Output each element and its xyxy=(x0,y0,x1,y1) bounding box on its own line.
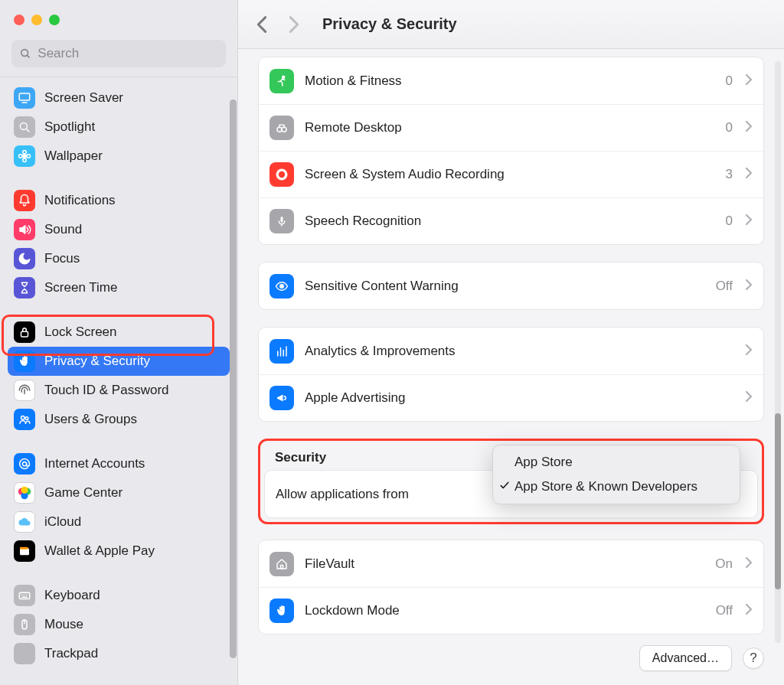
monitor-icon xyxy=(14,87,35,109)
svg-point-0 xyxy=(21,50,28,57)
svg-point-8 xyxy=(23,158,27,162)
sidebar-item-users-groups[interactable]: Users & Groups xyxy=(8,405,230,434)
svg-point-31 xyxy=(282,127,286,132)
check-icon xyxy=(499,479,510,494)
row-value: Off xyxy=(716,279,733,294)
sidebar-item-label: Users & Groups xyxy=(44,412,137,427)
help-button[interactable]: ? xyxy=(743,647,764,669)
row-label: Motion & Fitness xyxy=(305,73,715,89)
toolbar: Privacy & Security xyxy=(238,0,784,49)
sidebar-item-screen-saver[interactable]: Screen Saver xyxy=(8,83,230,113)
maximize-button[interactable] xyxy=(49,15,60,25)
svg-rect-21 xyxy=(20,547,28,550)
chevron-right-icon xyxy=(745,279,753,294)
advanced-button[interactable]: Advanced… xyxy=(639,645,732,671)
svg-rect-22 xyxy=(19,592,30,599)
sidebar-item-trackpad[interactable]: Trackpad xyxy=(8,639,230,668)
svg-rect-12 xyxy=(21,331,28,337)
svg-point-6 xyxy=(23,155,27,158)
sidebar-item-label: Game Center xyxy=(44,485,122,501)
chevron-right-icon xyxy=(745,344,753,359)
row-analytics[interactable]: Analytics & Improvements xyxy=(259,328,763,374)
svg-line-5 xyxy=(26,129,29,132)
row-value: 0 xyxy=(726,120,733,135)
content-area[interactable]: Motion & Fitness0Remote Desktop0Screen &… xyxy=(238,49,784,685)
row-value: 0 xyxy=(726,214,733,229)
sidebar-item-spotlight[interactable]: Spotlight xyxy=(8,113,230,142)
sidebar-item-icloud[interactable]: iCloud xyxy=(8,507,230,537)
sidebar: Screen SaverSpotlightWallpaperNotificati… xyxy=(0,0,238,685)
chevron-right-icon xyxy=(745,120,753,135)
moon-icon xyxy=(14,248,35,269)
svg-point-35 xyxy=(280,284,284,288)
flower-icon xyxy=(14,145,35,167)
chevron-right-icon xyxy=(745,73,753,89)
gamecenter-icon xyxy=(14,482,35,504)
sidebar-item-label: Mouse xyxy=(44,617,83,632)
speaker-icon xyxy=(14,219,35,240)
main-pane: Privacy & Security Motion & Fitness0Remo… xyxy=(238,0,784,685)
sidebar-item-wallet[interactable]: Wallet & Apple Pay xyxy=(8,537,230,566)
sidebar-item-focus[interactable]: Focus xyxy=(8,244,230,273)
record-icon xyxy=(270,162,294,187)
svg-rect-34 xyxy=(281,217,283,223)
search-icon xyxy=(14,116,35,138)
sidebar-item-internet-accounts[interactable]: Internet Accounts xyxy=(8,449,230,478)
mic-icon xyxy=(270,209,294,233)
sidebar-item-label: Screen Saver xyxy=(44,90,123,106)
svg-rect-40 xyxy=(281,565,283,569)
svg-marker-11 xyxy=(20,226,25,234)
row-filevault[interactable]: FileVaultOn xyxy=(259,540,763,587)
svg-point-15 xyxy=(22,462,26,465)
popup-option[interactable]: App Store & Known Developers xyxy=(493,475,740,499)
sidebar-item-keyboard[interactable]: Keyboard xyxy=(8,581,230,610)
svg-point-14 xyxy=(25,417,28,420)
sidebar-list[interactable]: Screen SaverSpotlightWallpaperNotificati… xyxy=(0,77,237,685)
bell-icon xyxy=(14,190,35,211)
sidebar-item-notifications[interactable]: Notifications xyxy=(8,186,230,215)
main-scrollbar-thumb[interactable] xyxy=(775,413,781,589)
search-input[interactable] xyxy=(38,46,218,61)
svg-point-7 xyxy=(23,151,27,155)
row-label: Lockdown Mode xyxy=(305,603,705,618)
row-value: On xyxy=(715,556,733,572)
sidebar-item-privacy-security[interactable]: Privacy & Security xyxy=(8,347,230,376)
hourglass-icon xyxy=(14,277,35,298)
search-field[interactable] xyxy=(11,40,226,67)
row-sensitive-content[interactable]: Sensitive Content WarningOff xyxy=(259,263,763,309)
page-title: Privacy & Security xyxy=(322,15,457,33)
row-lockdown[interactable]: Lockdown ModeOff xyxy=(259,587,763,634)
sidebar-item-screen-time[interactable]: Screen Time xyxy=(8,273,230,302)
svg-point-9 xyxy=(19,155,23,158)
sidebar-item-label: Wallet & Apple Pay xyxy=(44,543,155,559)
chevron-right-icon xyxy=(745,603,753,618)
row-speech[interactable]: Speech Recognition0 xyxy=(259,197,763,244)
minimize-button[interactable] xyxy=(31,15,42,25)
sidebar-item-sound[interactable]: Sound xyxy=(8,215,230,244)
nav-forward-button[interactable] xyxy=(289,15,299,34)
row-motion-fitness[interactable]: Motion & Fitness0 xyxy=(259,57,763,104)
sidebar-scrollbar[interactable] xyxy=(230,99,237,658)
sidebar-item-mouse[interactable]: Mouse xyxy=(8,610,230,639)
sidebar-item-label: Internet Accounts xyxy=(44,456,145,471)
sidebar-item-game-center[interactable]: Game Center xyxy=(8,478,230,507)
svg-point-13 xyxy=(21,416,25,420)
allow-applications-popup[interactable]: App StoreApp Store & Known Developers xyxy=(492,445,740,504)
sidebar-item-wallpaper[interactable]: Wallpaper xyxy=(8,142,230,171)
chevron-right-icon xyxy=(745,556,753,572)
row-screen-audio[interactable]: Screen & System Audio Recording3 xyxy=(259,151,763,197)
row-label: Sensitive Content Warning xyxy=(305,279,705,294)
search-icon xyxy=(19,47,31,60)
sidebar-item-touch-id[interactable]: Touch ID & Password xyxy=(8,376,230,405)
close-button[interactable] xyxy=(14,15,24,25)
system-settings-window: Screen SaverSpotlightWallpaperNotificati… xyxy=(0,0,784,685)
chart-icon xyxy=(270,339,294,364)
row-remote-desktop[interactable]: Remote Desktop0 xyxy=(259,104,763,151)
fingerprint-icon xyxy=(14,380,35,401)
binoculars-icon xyxy=(270,116,294,140)
popup-option[interactable]: App Store xyxy=(493,450,740,475)
row-advertising[interactable]: Apple Advertising xyxy=(259,374,763,421)
row-value: 3 xyxy=(726,167,733,182)
nav-back-button[interactable] xyxy=(256,15,267,34)
sidebar-item-lock-screen[interactable]: Lock Screen xyxy=(8,318,230,347)
